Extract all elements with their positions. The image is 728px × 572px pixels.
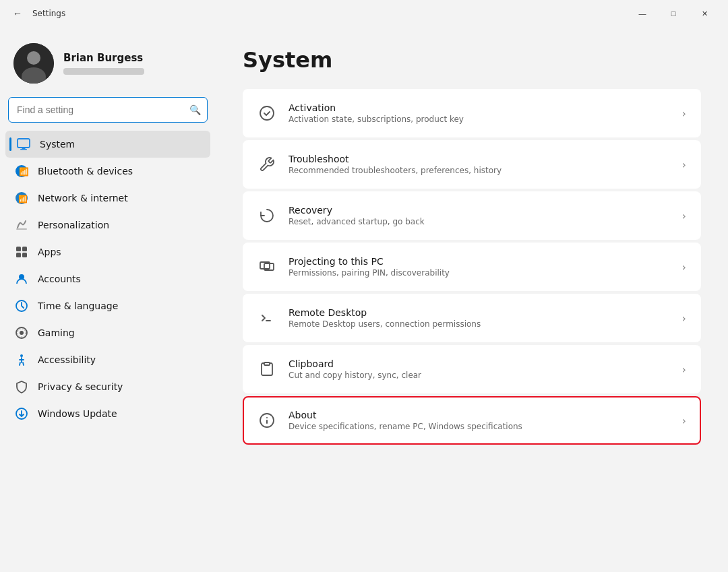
svg-rect-3: [18, 139, 30, 148]
chevron-right-icon: ›: [682, 210, 686, 222]
back-button[interactable]: ←: [8, 4, 27, 23]
sidebar-item-apps[interactable]: Apps: [5, 239, 210, 265]
sidebar-item-label: Privacy & security: [38, 381, 123, 392]
setting-title-recovery: Recovery: [289, 205, 670, 216]
setting-item-projecting[interactable]: Projecting to this PC Permissions, pairi…: [243, 243, 701, 291]
network-icon: 📶: [15, 191, 28, 205]
setting-title-activation: Activation: [289, 102, 670, 113]
chevron-right-icon: ›: [682, 312, 686, 325]
system-icon: [17, 137, 30, 151]
svg-text:📶: 📶: [19, 166, 28, 177]
search-icon: 🔍: [189, 104, 201, 115]
svg-point-18: [20, 331, 24, 335]
clipboard-icon: [257, 360, 276, 379]
time-icon: [15, 299, 28, 313]
activation-icon: [257, 104, 276, 123]
setting-desc-clipboard: Cut and copy history, sync, clear: [289, 371, 670, 380]
sidebar-item-label: Bluetooth & devices: [38, 166, 133, 177]
troubleshoot-icon: [257, 155, 276, 174]
setting-desc-remote-desktop: Remote Desktop users, connection permiss…: [289, 319, 670, 329]
sidebar-item-accounts[interactable]: Accounts: [5, 265, 210, 292]
setting-item-remote-desktop[interactable]: Remote Desktop Remote Desktop users, con…: [243, 294, 701, 342]
avatar: [13, 43, 54, 84]
user-info: Brian Burgess: [63, 52, 144, 75]
chevron-right-icon: ›: [682, 363, 686, 376]
active-indicator: [9, 137, 11, 151]
svg-point-1: [27, 51, 40, 65]
bluetooth-icon: 📶: [15, 164, 28, 178]
svg-rect-5: [22, 148, 26, 149]
sidebar-item-personalization[interactable]: Personalization: [5, 212, 210, 239]
accounts-icon: [15, 272, 28, 286]
setting-title-clipboard: Clipboard: [289, 358, 670, 369]
apps-icon: [15, 245, 28, 259]
setting-desc-recovery: Reset, advanced startup, go back: [289, 217, 670, 226]
sidebar-item-label: Windows Update: [38, 408, 117, 419]
titlebar: ← Settings — □ ✕: [0, 0, 728, 27]
window-title: Settings: [32, 9, 65, 18]
projecting-icon: [257, 257, 276, 276]
svg-rect-25: [264, 362, 270, 365]
svg-point-22: [260, 106, 274, 120]
svg-point-20: [20, 354, 23, 357]
setting-item-activation[interactable]: Activation Activation state, subscriptio…: [243, 89, 701, 137]
sidebar-item-update[interactable]: Windows Update: [5, 400, 210, 427]
user-section: Brian Burgess: [5, 38, 210, 94]
settings-list: Activation Activation state, subscriptio…: [243, 89, 701, 445]
app-body: Brian Burgess 🔍 System 📶 Bluetooth & dev…: [0, 27, 728, 572]
nav-list: System 📶 Bluetooth & devices 📶 Network &…: [5, 131, 210, 427]
setting-desc-about: Device specifications, rename PC, Window…: [289, 422, 670, 431]
setting-title-about: About: [289, 410, 670, 420]
sidebar: Brian Burgess 🔍 System 📶 Bluetooth & dev…: [0, 27, 216, 572]
svg-rect-4: [20, 149, 27, 150]
chevron-right-icon: ›: [682, 107, 686, 120]
minimize-button[interactable]: —: [627, 3, 658, 24]
svg-rect-11: [16, 247, 21, 251]
setting-item-clipboard[interactable]: Clipboard Cut and copy history, sync, cl…: [243, 345, 701, 393]
svg-rect-10: [16, 228, 27, 230]
main-content: System Activation Activation state, subs…: [216, 27, 728, 572]
svg-rect-14: [22, 253, 27, 257]
about-icon: [257, 411, 276, 430]
sidebar-item-label: System: [40, 139, 75, 150]
setting-desc-activation: Activation state, subscriptions, product…: [289, 115, 670, 124]
search-box: 🔍: [8, 97, 208, 123]
personalization-icon: [15, 218, 28, 232]
sidebar-item-label: Accessibility: [38, 354, 96, 365]
sidebar-item-network[interactable]: 📶 Network & internet: [5, 185, 210, 212]
user-name: Brian Burgess: [63, 52, 144, 64]
svg-rect-12: [22, 247, 27, 251]
window-controls: — □ ✕: [627, 3, 720, 24]
update-icon: [15, 407, 28, 420]
setting-desc-projecting: Permissions, pairing PIN, discoverabilit…: [289, 268, 670, 278]
page-title: System: [243, 47, 701, 73]
chevron-right-icon: ›: [682, 261, 686, 274]
search-input[interactable]: [8, 97, 208, 123]
sidebar-item-gaming[interactable]: Gaming: [5, 319, 210, 346]
sidebar-item-system[interactable]: System: [5, 131, 210, 158]
setting-title-troubleshoot: Troubleshoot: [289, 154, 670, 164]
sidebar-item-time[interactable]: Time & language: [5, 292, 210, 319]
sidebar-item-accessibility[interactable]: Accessibility: [5, 346, 210, 373]
setting-item-recovery[interactable]: Recovery Reset, advanced startup, go bac…: [243, 191, 701, 240]
maximize-button[interactable]: □: [658, 3, 689, 24]
privacy-icon: [15, 380, 28, 393]
setting-item-about[interactable]: About Device specifications, rename PC, …: [243, 396, 701, 445]
sidebar-item-bluetooth[interactable]: 📶 Bluetooth & devices: [5, 158, 210, 185]
sidebar-item-label: Personalization: [38, 220, 109, 230]
close-button[interactable]: ✕: [689, 3, 720, 24]
gaming-icon: [15, 326, 28, 340]
setting-title-projecting: Projecting to this PC: [289, 256, 670, 267]
sidebar-item-label: Time & language: [38, 300, 118, 311]
setting-item-troubleshoot[interactable]: Troubleshoot Recommended troubleshooters…: [243, 140, 701, 189]
accessibility-icon: [15, 353, 28, 367]
sidebar-item-label: Gaming: [38, 327, 75, 338]
sidebar-item-label: Accounts: [38, 274, 81, 284]
sidebar-item-privacy[interactable]: Privacy & security: [5, 373, 210, 400]
remote-desktop-icon: [257, 309, 276, 327]
chevron-right-icon: ›: [682, 158, 686, 171]
sidebar-item-label: Network & internet: [38, 193, 128, 203]
sidebar-item-label: Apps: [38, 247, 61, 257]
recovery-icon: [257, 206, 276, 225]
chevron-right-icon: ›: [682, 414, 686, 427]
